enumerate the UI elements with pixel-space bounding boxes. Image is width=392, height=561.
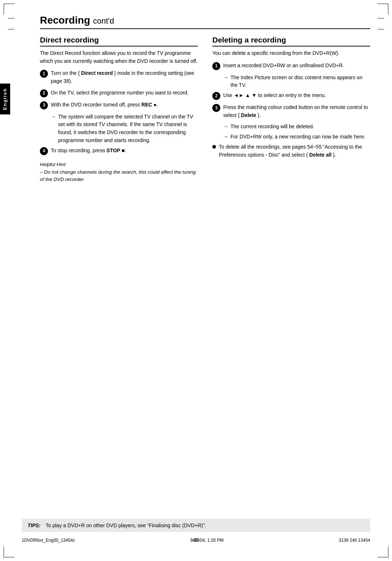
two-col-layout: Direct recording The Direct Record funct… [40, 36, 370, 183]
sidebar-tab: English [0, 84, 10, 114]
direct-recording-steps: 1 Turn on the { Direct record } mode in … [40, 69, 198, 155]
delete-step-3-note-a: → The current recording will be deleted. [212, 123, 370, 131]
arrow-symbol: → [51, 113, 56, 121]
direct-step-4: 4 To stop recording, press STOP ■. [40, 147, 198, 155]
delete-bullet-text: To delete all the recordings, see pages … [219, 143, 370, 159]
side-mark-right [377, 18, 384, 19]
page-number: 40 [193, 537, 199, 543]
delete-bullet-step: To delete all the recordings, see pages … [212, 143, 370, 159]
tips-text: To play a DVD+R on other DVD players, se… [46, 522, 206, 528]
arrow-note-delete-step3b: → For DVD+RW only, a new recording can n… [212, 133, 370, 141]
hint-title: Helpful Hint: [40, 162, 198, 167]
deleting-recording-section: Deleting a recording You can delete a sp… [212, 36, 370, 183]
step-number-3: 3 [40, 101, 48, 109]
step-number-2: 2 [40, 89, 48, 97]
side-mark-right2 [377, 29, 384, 29]
arrow-symbol-3: → [223, 123, 228, 131]
page-wrapper: English Recording cont'd Direct recordin… [0, 0, 392, 561]
deleting-recording-steps: 1 Insert a recorded DVD+RW or an unfinal… [212, 62, 370, 159]
delete-step-3-note-b: → For DVD+RW only, a new recording can n… [212, 133, 370, 141]
step-number-1: 1 [40, 70, 48, 78]
side-mark-left [8, 18, 15, 19]
step-text-2: On the TV, select the programme number y… [51, 89, 198, 97]
arrow-symbol-2: → [223, 74, 228, 82]
content-area: Recording cont'd Direct recording The Di… [40, 15, 370, 183]
hint-body: – Do not change channels during the sear… [40, 169, 198, 183]
arrow-note-delete-step3a: → The current recording will be deleted. [212, 123, 370, 131]
direct-step-3-note: → The system will compare the selected T… [40, 113, 198, 145]
delete-step-text-2: Use ◄► ▲ ▼ to select an entry in the men… [223, 92, 370, 100]
direct-step-2: 2 On the TV, select the programme number… [40, 89, 198, 97]
direct-step-3: 3 With the DVD recorder turned off, pres… [40, 101, 198, 109]
delete-step-text-3: Press the matching colour coded button o… [223, 104, 370, 119]
direct-recording-heading: Direct recording [40, 36, 198, 47]
direct-step-1: 1 Turn on the { Direct record } mode in … [40, 69, 198, 85]
delete-step-number-3: 3 [212, 104, 220, 112]
corner-mark-bl [4, 546, 15, 557]
deleting-recording-intro: You can delete a specific recording from… [212, 49, 370, 57]
direct-recording-section: Direct recording The Direct Record funct… [40, 36, 198, 183]
delete-step-3: 3 Press the matching colour coded button… [212, 104, 370, 119]
corner-mark-br [377, 546, 388, 557]
deleting-recording-heading: Deleting a recording [212, 36, 370, 47]
step-number-4: 4 [40, 147, 48, 155]
bullet-circle [212, 145, 216, 149]
footer-right-num: 3139 246 13454 [339, 538, 370, 543]
delete-step-1: 1 Insert a recorded DVD+RW or an unfinal… [212, 62, 370, 70]
footer-left: 1DVDR6xx_Eng00_13454c [22, 538, 75, 543]
helpful-hint: Helpful Hint: – Do not change channels d… [40, 162, 198, 183]
delete-step-1-note: → The Index Picture screen or disc conte… [212, 74, 370, 89]
direct-recording-intro: The Direct Record function allows you to… [40, 49, 198, 65]
corner-mark-tl [4, 4, 15, 15]
arrow-symbol-4: → [223, 133, 228, 141]
delete-step-text-1: Insert a recorded DVD+RW or an unfinalis… [223, 62, 370, 70]
side-mark-left2 [8, 29, 15, 29]
step-text-3: With the DVD recorder turned off, press … [51, 101, 198, 109]
tips-bar: TIPS: To play a DVD+R on other DVD playe… [22, 519, 370, 532]
delete-step-number-2: 2 [212, 92, 220, 100]
step-text-1: Turn on the { Direct record } mode in th… [51, 69, 198, 85]
delete-step-number-1: 1 [212, 62, 220, 70]
tips-label: TIPS: [28, 522, 41, 528]
page-title: Recording cont'd [40, 15, 370, 29]
corner-mark-tr [377, 4, 388, 15]
delete-step-2: 2 Use ◄► ▲ ▼ to select an entry in the m… [212, 92, 370, 100]
arrow-note-delete-step1: → The Index Picture screen or disc conte… [212, 74, 370, 89]
arrow-note-step3: → The system will compare the selected T… [40, 113, 198, 145]
step-text-4: To stop recording, press STOP ■. [51, 147, 198, 155]
